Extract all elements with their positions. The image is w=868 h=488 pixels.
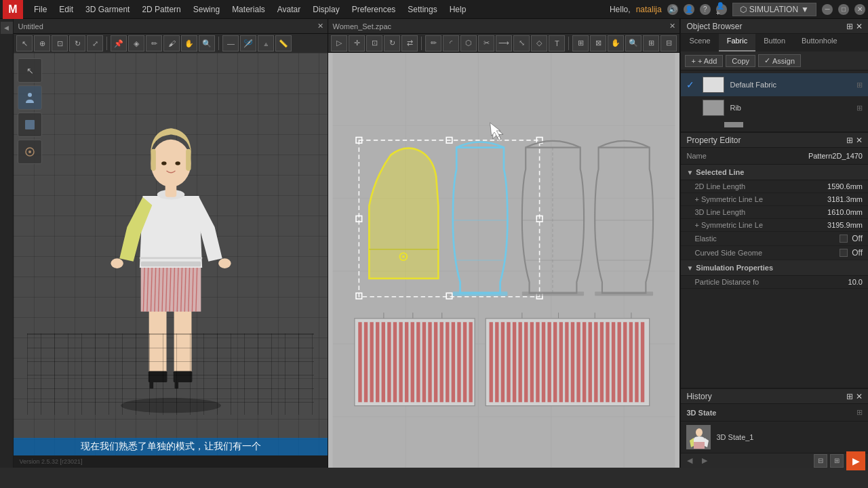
svg-rect-33 — [141, 262, 201, 266]
window-close-icon[interactable]: ✕ — [854, 4, 865, 15]
simulation-button[interactable]: ⬡ SIMULATION ▼ — [732, 3, 816, 16]
2d-move-btn[interactable]: ✛ — [349, 35, 365, 52]
viewport-2d-close-icon[interactable]: ✕ — [669, 22, 675, 30]
select-mode-icon[interactable]: ↖ — [18, 58, 42, 83]
hand-tool-btn[interactable]: ✋ — [181, 35, 197, 52]
menu-settings[interactable]: Settings — [402, 3, 442, 16]
2d-mirror-btn[interactable]: ⤡ — [513, 35, 530, 52]
brush-tool-btn[interactable]: 🖌 — [163, 35, 180, 52]
add-button[interactable]: + + Add — [685, 55, 723, 67]
2d-pen-btn[interactable]: ✏ — [425, 35, 441, 52]
tab-scene[interactable]: Scene — [681, 34, 718, 52]
menu-display[interactable]: Display — [307, 3, 344, 16]
2d-dart-btn[interactable]: ◇ — [531, 35, 547, 52]
select-tool-btn[interactable]: ⊕ — [34, 35, 50, 52]
svg-rect-123 — [641, 322, 644, 402]
window-min-icon[interactable]: ─ — [822, 4, 833, 15]
menu-avatar[interactable]: Avatar — [272, 3, 306, 16]
assign-button[interactable]: ✓ Assign — [758, 54, 801, 67]
play-button[interactable]: ▶ — [846, 451, 865, 470]
viewport-3d-content[interactable]: ↖ 现在我们熟悉了单独的模式，让我们有一个 — [14, 53, 328, 455]
prop-expand-icon[interactable]: ⊞ — [846, 136, 853, 145]
tab-fabric[interactable]: Fabric — [719, 34, 756, 52]
sym-line-length-2d-value: 3181.3mm — [827, 195, 863, 203]
arrange-icon[interactable] — [18, 140, 42, 164]
window-max-icon[interactable]: □ — [838, 4, 849, 15]
menu-3d-garment[interactable]: 3D Garment — [80, 3, 135, 16]
rotate-tool-btn[interactable]: ↻ — [69, 35, 85, 52]
scale-tool-btn[interactable]: ⤢ — [87, 35, 103, 52]
svg-rect-85 — [429, 322, 432, 402]
snap-tool-btn[interactable]: ◈ — [128, 35, 144, 52]
2d-rotate-btn[interactable]: ↻ — [384, 35, 400, 52]
expand-icon[interactable]: ⊞ — [846, 22, 853, 31]
copy-button[interactable]: Copy — [726, 55, 755, 67]
fold-tool-btn[interactable]: ⟁ — [258, 35, 274, 52]
svg-rect-29 — [186, 149, 191, 171]
2d-select-btn[interactable]: ▷ — [331, 35, 347, 52]
menu-preferences[interactable]: Preferences — [347, 3, 401, 16]
fabric-item-default[interactable]: ✓ Default Fabric ⊞ — [681, 73, 868, 96]
tab-buttonhole[interactable]: Buttonhole — [793, 34, 846, 52]
viewport-2d-content[interactable] — [328, 53, 679, 468]
history-expand-icon[interactable]: ⊞ — [846, 392, 853, 401]
measure-tool-btn[interactable]: 📏 — [275, 35, 292, 52]
viewport-2d-title: Women_Set.zpac — [332, 22, 391, 30]
menu-file[interactable]: File — [28, 3, 52, 16]
user-icon[interactable]: 👤 — [684, 4, 694, 15]
speaker-icon[interactable]: 🔊 — [667, 4, 678, 15]
2d-hand-btn[interactable]: ✋ — [608, 35, 624, 52]
3d-state-add-icon[interactable]: ⊞ — [856, 408, 863, 417]
sidebar-collapse-icon[interactable]: ◀ — [1, 22, 13, 34]
rib-expand-icon[interactable]: ⊞ — [856, 104, 863, 113]
menu-edit[interactable]: Edit — [54, 3, 79, 16]
prop-close-icon[interactable]: ✕ — [856, 136, 863, 145]
elastic-checkbox[interactable] — [840, 235, 848, 243]
2d-poly-btn[interactable]: ⬡ — [460, 35, 477, 52]
menu-2d-pattern[interactable]: 2D Pattern — [136, 3, 186, 16]
simulation-props-section-header[interactable]: ▼ Simulation Properties — [681, 260, 868, 276]
curved-side-checkbox[interactable] — [840, 249, 848, 257]
2d-grid-btn[interactable]: ⊞ — [643, 35, 659, 52]
toolbar-sep-1 — [106, 37, 107, 50]
viewport-3d-close-icon[interactable]: ✕ — [317, 22, 323, 30]
pin-tool-btn[interactable]: 📌 — [111, 35, 127, 52]
tab-button[interactable]: Button — [755, 34, 793, 52]
2d-scale-btn[interactable]: ⊡ — [366, 35, 382, 52]
nav-right-arrow[interactable]: ▶ — [698, 455, 711, 467]
zoom-tool-btn[interactable]: 🔍 — [199, 35, 215, 52]
2d-pin-btn[interactable]: ⊞ — [572, 35, 589, 52]
history-close-icon[interactable]: ✕ — [856, 392, 863, 401]
step-back-btn[interactable]: ⊟ — [814, 454, 827, 468]
pin-close-icon[interactable]: ✕ — [856, 22, 863, 31]
avatar-view-icon[interactable] — [18, 85, 42, 110]
nav-left-arrow[interactable]: ◀ — [684, 455, 696, 467]
menu-materials[interactable]: Materials — [226, 3, 271, 16]
fabric-expand-icon[interactable]: ⊞ — [856, 81, 863, 89]
needle-tool-btn[interactable]: 🪡 — [240, 35, 256, 52]
2d-zoom-btn[interactable]: 🔍 — [625, 35, 642, 52]
2d-snap-btn[interactable]: ⊠ — [590, 35, 606, 52]
edit-tool-btn[interactable]: ✏ — [146, 35, 162, 52]
line-tool-btn[interactable]: — — [222, 35, 239, 52]
property-editor-panel: Property Editor ⊞ ✕ Name Pattern2D_1470 … — [681, 133, 868, 389]
state-item-1[interactable]: 3D State_1 — [681, 422, 868, 453]
2d-flip-btn[interactable]: ⇄ — [401, 35, 418, 52]
2d-ruler-btn[interactable]: ⊟ — [660, 35, 677, 52]
2d-text-btn[interactable]: T — [549, 35, 565, 52]
menu-sewing[interactable]: Sewing — [188, 3, 225, 16]
menu-help[interactable]: Help — [444, 3, 472, 16]
viewport-3d-view-controls: ↖ — [18, 58, 42, 164]
move-tool-btn[interactable]: ↖ — [16, 35, 33, 52]
transform-tool-btn[interactable]: ⊡ — [52, 35, 68, 52]
plus-user-icon[interactable]: 👤+ — [716, 4, 727, 15]
2d-arc-btn[interactable]: ◜ — [443, 35, 459, 52]
2d-extend-btn[interactable]: ⟶ — [496, 35, 512, 52]
fabric-view-icon[interactable] — [18, 113, 42, 137]
svg-rect-75 — [370, 322, 374, 402]
2d-cut-btn[interactable]: ✂ — [478, 35, 494, 52]
selected-line-section-header[interactable]: ▼ Selected Line — [681, 165, 868, 180]
help-icon[interactable]: ? — [700, 4, 711, 15]
svg-point-34 — [28, 93, 32, 97]
fabric-item-rib[interactable]: ✓ Rib ⊞ — [681, 96, 868, 119]
